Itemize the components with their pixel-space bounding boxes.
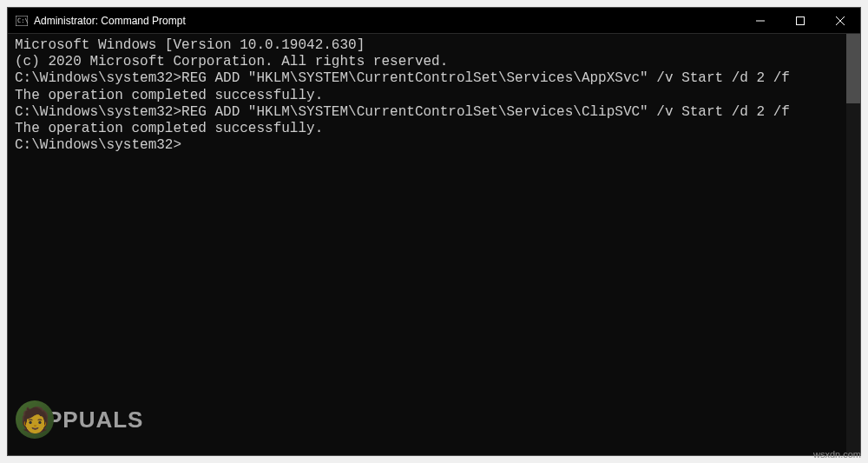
window-title: Administrator: Command Prompt: [34, 15, 740, 27]
svg-text:C:\: C:\: [17, 17, 28, 24]
watermark-avatar-icon: 🧑: [16, 400, 54, 439]
watermark-text: PPUALS: [47, 407, 143, 433]
terminal-line: C:\Windows\system32>REG ADD "HKLM\SYSTEM…: [15, 104, 853, 121]
terminal-line: Microsoft Windows [Version 10.0.19042.63…: [15, 37, 853, 54]
minimize-button[interactable]: [740, 8, 780, 33]
terminal-line: (c) 2020 Microsoft Corporation. All righ…: [15, 54, 853, 70]
scrollbar-thumb[interactable]: [846, 34, 860, 103]
titlebar[interactable]: C:\ Administrator: Command Prompt: [8, 8, 860, 34]
svg-rect-3: [797, 17, 805, 24]
terminal-line: C:\Windows\system32>REG ADD "HKLM\SYSTEM…: [15, 70, 853, 87]
source-attribution: wsxdn.com: [813, 449, 861, 460]
window-controls: [740, 8, 860, 33]
close-button[interactable]: [820, 8, 860, 33]
command-prompt-window: C:\ Administrator: Command Prompt Micros…: [7, 7, 861, 456]
scrollbar-track[interactable]: [846, 34, 860, 455]
cmd-icon: C:\: [15, 14, 29, 28]
maximize-button[interactable]: [780, 8, 820, 33]
terminal-line: The operation completed successfully.: [15, 88, 853, 104]
terminal-output[interactable]: Microsoft Windows [Version 10.0.19042.63…: [8, 34, 860, 455]
terminal-line: The operation completed successfully.: [15, 121, 853, 137]
watermark-logo: 🧑 PPUALS: [16, 400, 143, 439]
terminal-line: C:\Windows\system32>: [15, 137, 853, 154]
